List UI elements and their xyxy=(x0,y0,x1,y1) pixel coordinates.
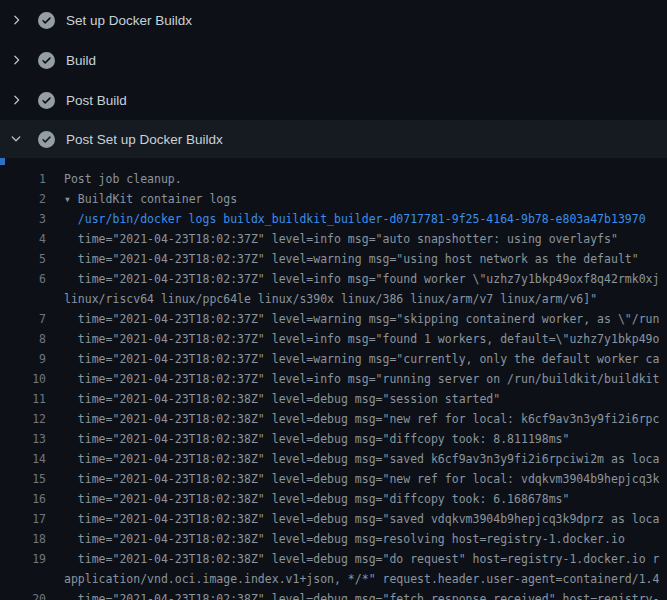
log-text: time="2021-04-23T18:02:38Z" level=debug … xyxy=(64,429,569,449)
log-text: time="2021-04-23T18:02:38Z" level=debug … xyxy=(64,409,659,429)
log-text: ▾ BuildKit container logs xyxy=(64,189,237,209)
log-line: 12 time="2021-04-23T18:02:38Z" level=deb… xyxy=(0,409,667,429)
log-line-number[interactable]: 7 xyxy=(0,309,46,329)
log-line: 19 time="2021-04-23T18:02:38Z" level=deb… xyxy=(0,549,667,569)
log-line-number[interactable]: 8 xyxy=(0,329,46,349)
log-line: 6 time="2021-04-23T18:02:37Z" level=info… xyxy=(0,269,667,289)
log-text: application/vnd.oci.image.index.v1+json,… xyxy=(64,569,659,589)
check-circle-icon xyxy=(38,12,55,29)
log-line-number[interactable]: 14 xyxy=(0,449,46,469)
log-line: 11 time="2021-04-23T18:02:38Z" level=deb… xyxy=(0,389,667,409)
log-line-number[interactable]: 6 xyxy=(0,269,46,289)
focus-indicator xyxy=(0,158,5,165)
log-line: 4 time="2021-04-23T18:02:37Z" level=info… xyxy=(0,229,667,249)
step-label: Set up Docker Buildx xyxy=(66,13,192,28)
log-text: time="2021-04-23T18:02:37Z" level=warnin… xyxy=(64,349,659,369)
log-line: application/vnd.oci.image.index.v1+json,… xyxy=(0,569,667,589)
log-line: 13 time="2021-04-23T18:02:38Z" level=deb… xyxy=(0,429,667,449)
step-label: Build xyxy=(66,53,96,68)
chevron-down-icon[interactable] xyxy=(9,132,23,146)
log-line: 9 time="2021-04-23T18:02:37Z" level=warn… xyxy=(0,349,667,369)
chevron-right-icon[interactable] xyxy=(9,93,23,107)
log-line-number[interactable]: 15 xyxy=(0,469,46,489)
log-line: 15 time="2021-04-23T18:02:38Z" level=deb… xyxy=(0,469,667,489)
log-line-number[interactable]: 18 xyxy=(0,529,46,549)
log-line-number[interactable]: 5 xyxy=(0,249,46,269)
log-line: 8 time="2021-04-23T18:02:37Z" level=info… xyxy=(0,329,667,349)
log-text: time="2021-04-23T18:02:38Z" level=debug … xyxy=(64,509,659,529)
log-text: time="2021-04-23T18:02:38Z" level=debug … xyxy=(64,489,569,509)
log-text: time="2021-04-23T18:02:38Z" level=debug … xyxy=(64,389,500,409)
step-header[interactable]: Set up Docker Buildx xyxy=(0,0,667,40)
log-line-number[interactable]: 20 xyxy=(0,589,46,600)
log-lines: 1Post job cleanup.2▾ BuildKit container … xyxy=(0,158,667,600)
log-line: linux/riscv64 linux/ppc64le linux/s390x … xyxy=(0,289,667,309)
check-circle-icon xyxy=(38,92,55,109)
log-group-title[interactable]: BuildKit container logs xyxy=(78,192,237,206)
log-line-number[interactable]: 13 xyxy=(0,429,46,449)
log-text: time="2021-04-23T18:02:38Z" level=debug … xyxy=(64,589,659,600)
check-circle-icon xyxy=(38,131,55,148)
log-line: 18 time="2021-04-23T18:02:38Z" level=deb… xyxy=(0,529,667,549)
log-text: time="2021-04-23T18:02:38Z" level=debug … xyxy=(64,529,625,549)
log-line-number[interactable]: 3 xyxy=(0,209,46,229)
log-text: linux/riscv64 linux/ppc64le linux/s390x … xyxy=(64,289,597,309)
log-line-number[interactable]: 9 xyxy=(0,349,46,369)
log-line: 1Post job cleanup. xyxy=(0,169,667,189)
step-header[interactable]: Build xyxy=(0,40,667,80)
step-label: Post Build xyxy=(66,93,127,108)
log-text: time="2021-04-23T18:02:37Z" level=info m… xyxy=(64,229,618,249)
log-text: time="2021-04-23T18:02:37Z" level=info m… xyxy=(64,269,659,289)
log-line: 7 time="2021-04-23T18:02:37Z" level=warn… xyxy=(0,309,667,329)
log-text: time="2021-04-23T18:02:38Z" level=debug … xyxy=(64,449,659,469)
step-header[interactable]: Post Set up Docker Buildx xyxy=(0,120,667,158)
check-circle-icon xyxy=(38,52,55,69)
log-line-number[interactable]: 2 xyxy=(0,189,46,209)
log-line: 14 time="2021-04-23T18:02:38Z" level=deb… xyxy=(0,449,667,469)
log-line-number xyxy=(0,569,46,589)
log-line-number[interactable]: 4 xyxy=(0,229,46,249)
log-text: time="2021-04-23T18:02:38Z" level=debug … xyxy=(64,549,659,569)
log-line-number[interactable]: 19 xyxy=(0,549,46,569)
log-line: 3 /usr/bin/docker logs buildx_buildkit_b… xyxy=(0,209,667,229)
log-command-text: /usr/bin/docker logs buildx_buildkit_bui… xyxy=(64,209,646,229)
log-text: time="2021-04-23T18:02:37Z" level=warnin… xyxy=(64,309,659,329)
log-line-number[interactable]: 12 xyxy=(0,409,46,429)
log-line-number[interactable]: 10 xyxy=(0,369,46,389)
log-text: time="2021-04-23T18:02:37Z" level=info m… xyxy=(64,329,659,349)
steps-list: Set up Docker BuildxBuildPost BuildPost … xyxy=(0,0,667,158)
log-line: 2▾ BuildKit container logs xyxy=(0,189,667,209)
chevron-right-icon[interactable] xyxy=(9,13,23,27)
collapse-triangle-icon[interactable]: ▾ xyxy=(64,192,78,206)
chevron-right-icon[interactable] xyxy=(9,53,23,67)
log-line: 10 time="2021-04-23T18:02:37Z" level=inf… xyxy=(0,369,667,389)
log-text: time="2021-04-23T18:02:37Z" level=info m… xyxy=(64,369,659,389)
log-line-number xyxy=(0,289,46,309)
log-line-number[interactable]: 17 xyxy=(0,509,46,529)
log-line: 17 time="2021-04-23T18:02:38Z" level=deb… xyxy=(0,509,667,529)
log-line: 20 time="2021-04-23T18:02:38Z" level=deb… xyxy=(0,589,667,600)
log-text: time="2021-04-23T18:02:37Z" level=warnin… xyxy=(64,249,639,269)
step-header[interactable]: Post Build xyxy=(0,80,667,120)
log-line: 5 time="2021-04-23T18:02:37Z" level=warn… xyxy=(0,249,667,269)
log-line-number[interactable]: 11 xyxy=(0,389,46,409)
log-line-number[interactable]: 16 xyxy=(0,489,46,509)
log-line-number[interactable]: 1 xyxy=(0,169,46,189)
step-label: Post Set up Docker Buildx xyxy=(66,132,223,147)
log-line: 16 time="2021-04-23T18:02:38Z" level=deb… xyxy=(0,489,667,509)
log-text: time="2021-04-23T18:02:38Z" level=debug … xyxy=(64,469,659,489)
log-text: Post job cleanup. xyxy=(64,169,182,189)
